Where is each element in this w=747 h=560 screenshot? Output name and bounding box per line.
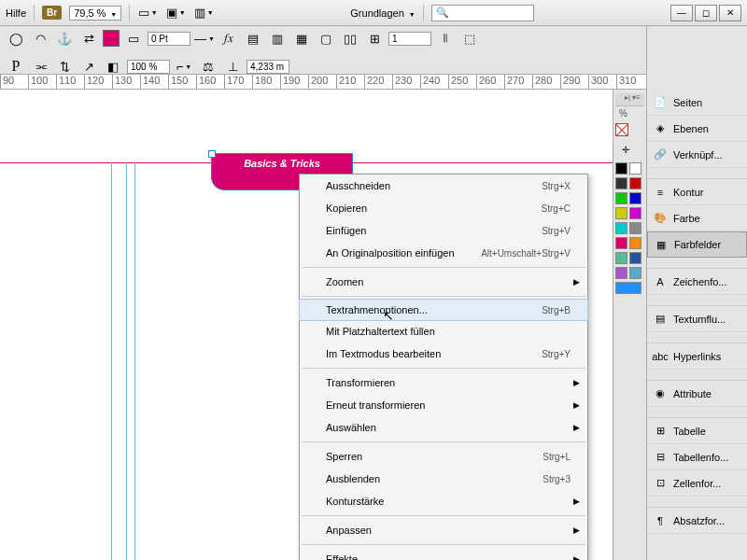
arrange-icon[interactable]: ▥▼ [193, 3, 214, 23]
color-swatch[interactable] [615, 237, 627, 249]
color-swatch[interactable] [615, 162, 627, 175]
guide[interactable] [111, 162, 112, 560]
view-options-icon[interactable]: ▭▼ [137, 3, 158, 23]
panel-header[interactable]: ▸| ▾≡ [615, 93, 644, 106]
zoom-level[interactable]: 79,5 % ▼ [69, 6, 121, 21]
panel-item[interactable]: 📄Seiten [647, 90, 747, 116]
measure-field[interactable]: 4,233 m [247, 60, 289, 74]
panel-icon: A [653, 274, 668, 289]
workspace-label[interactable]: Grundlagen ▼ [350, 7, 416, 19]
wrap-icon[interactable]: ▦ [291, 28, 312, 49]
scale-field[interactable]: 100 % [127, 60, 170, 74]
color-swatch[interactable] [629, 207, 641, 219]
minimize-button[interactable]: — [670, 5, 693, 21]
flip-v-icon[interactable]: ⇅ [54, 56, 75, 77]
menu-item[interactable]: KopierenStrg+C [300, 197, 587, 219]
panel-item[interactable]: ◈Ebenen [647, 116, 747, 142]
count-field[interactable]: 1 [388, 32, 431, 46]
menu-item[interactable]: Konturstärke▶ [300, 490, 587, 512]
color-swatch[interactable] [615, 192, 627, 204]
color-swatch[interactable] [629, 222, 641, 234]
panel-item[interactable]: 🎨Farbe [647, 205, 747, 231]
help-menu[interactable]: Hilfe [6, 7, 26, 19]
fill-swatch[interactable] [103, 30, 120, 47]
corner-icon[interactable]: ⌐▼ [174, 56, 194, 77]
color-swatch[interactable] [615, 207, 627, 219]
color-swatch[interactable] [629, 192, 641, 204]
panel-item[interactable]: abcHyperlinks [647, 343, 747, 370]
align-center-icon[interactable]: ▥ [267, 28, 288, 49]
type-icon[interactable]: P [6, 56, 26, 77]
menu-item[interactable]: Im Textmodus bearbeitenStrg+Y [300, 343, 587, 365]
none-swatch[interactable] [615, 123, 628, 136]
text-frame-icon[interactable]: ▢ [316, 28, 336, 49]
close-button[interactable]: ✕ [719, 5, 741, 21]
panel-label: Kontur [673, 187, 703, 198]
grid-icon[interactable]: ⊞ [364, 28, 385, 49]
line-style-icon[interactable]: —▼ [194, 28, 215, 49]
submenu-arrow-icon: ▶ [573, 378, 580, 387]
swatch-row [615, 162, 644, 175]
stroke-weight-field[interactable]: 0 Pt [148, 32, 190, 46]
panel-item[interactable]: ⊡Zellenfor... [647, 470, 747, 497]
color-swatch[interactable] [629, 177, 641, 189]
arrow-icon[interactable]: ↗ [78, 56, 99, 77]
panel-item[interactable]: ¶Absatzfor... [647, 508, 747, 534]
panel-item[interactable]: ⊟Tabellenfo... [647, 444, 747, 470]
search-input[interactable]: 🔍 [431, 5, 534, 21]
menu-item[interactable]: An Originalposition einfügenAlt+Umschalt… [300, 242, 587, 264]
menu-item[interactable]: Transformieren▶ [300, 371, 587, 394]
panel-item[interactable]: 🔗Verknüpf... [647, 142, 747, 168]
bridge-badge[interactable]: Br [42, 6, 62, 20]
crop-icon[interactable]: ⬚ [459, 28, 480, 49]
stroke-type-icon[interactable]: ▭ [123, 28, 144, 49]
arc-icon[interactable]: ◠ [30, 28, 50, 49]
maximize-button[interactable]: ◻ [695, 5, 717, 21]
link-icon[interactable]: ⫘ [30, 56, 50, 77]
align-left-icon[interactable]: ▤ [243, 28, 263, 49]
panel-item[interactable]: ◉Attribute [647, 381, 747, 407]
color-swatch[interactable] [629, 267, 641, 279]
panel-item[interactable]: ≡Kontur [647, 179, 747, 205]
panel-item[interactable]: ⊞Tabelle [647, 418, 747, 444]
ellipse-icon[interactable]: ◯ [6, 28, 26, 49]
panel-gap [647, 407, 747, 418]
menu-item[interactable]: Effekte▶ [300, 548, 587, 560]
columns-icon[interactable]: ▯▯ [340, 28, 360, 49]
flip-h-icon[interactable]: ⇄ [78, 28, 99, 49]
fx-icon[interactable]: 𝑓𝑥 [218, 28, 239, 49]
guide[interactable] [126, 162, 127, 560]
color-swatch[interactable] [615, 177, 627, 189]
screen-mode-icon[interactable]: ▣▼ [165, 3, 186, 23]
menu-item[interactable]: Auswählen▶ [300, 416, 587, 439]
color-swatch[interactable] [629, 162, 641, 175]
menu-item[interactable]: EinfügenStrg+V [300, 219, 587, 242]
color-swatch[interactable] [629, 237, 641, 249]
color-swatch[interactable] [615, 222, 627, 234]
color-swatch[interactable] [629, 252, 641, 264]
distribute-icon[interactable]: ⫴ [435, 28, 456, 49]
gradient-icon[interactable]: ◧ [103, 56, 123, 77]
registration-icon[interactable]: ✛ [615, 139, 636, 160]
anchor-icon[interactable]: ⚓ [54, 28, 75, 49]
panel-gap [647, 370, 747, 381]
baseline-icon[interactable]: ⊥ [222, 56, 243, 77]
menu-item[interactable]: AusblendenStrg+3 [300, 468, 587, 490]
color-swatch[interactable] [615, 267, 627, 279]
menu-item[interactable]: Mit Platzhaltertext füllen [300, 320, 587, 343]
menu-item[interactable]: AusschneidenStrg+X [300, 175, 587, 197]
swatch-row [615, 237, 644, 249]
menu-item[interactable]: Anpassen▶ [300, 519, 587, 541]
menu-item[interactable]: SperrenStrg+L [300, 445, 587, 468]
selected-swatch[interactable] [615, 282, 641, 294]
panel-item[interactable]: ▦Farbfelder [647, 231, 747, 258]
panel-item[interactable]: AZeichenfo... [647, 269, 747, 295]
panel-item[interactable]: ▤Textumflu... [647, 306, 747, 332]
menu-item[interactable]: Textrahmenoptionen...Strg+B [299, 299, 588, 321]
menu-item[interactable]: Erneut transformieren▶ [300, 394, 587, 416]
color-swatch[interactable] [615, 252, 627, 264]
balance-icon[interactable]: ⚖ [198, 56, 218, 77]
panel-gap [647, 168, 747, 179]
menu-item[interactable]: Zoomen▶ [300, 271, 587, 293]
guide[interactable] [134, 162, 135, 560]
